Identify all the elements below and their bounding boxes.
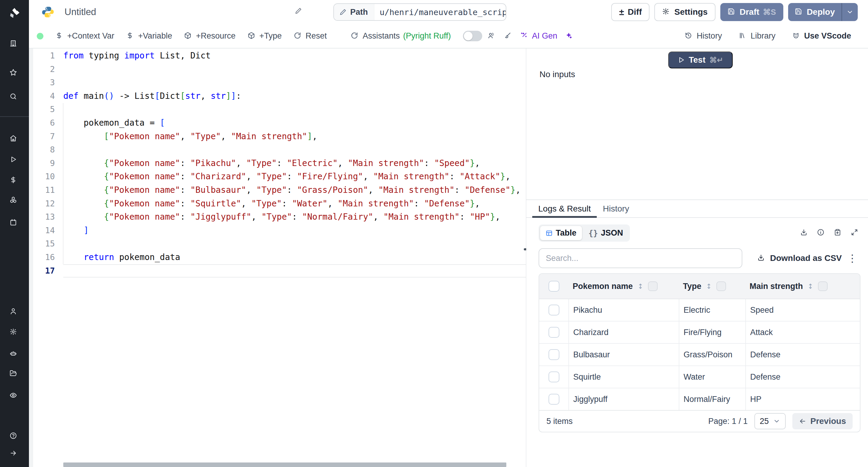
sidebar-item-search[interactable]: [8, 91, 21, 104]
add-context-var-button[interactable]: +Context Var: [56, 31, 114, 41]
windmill-logo[interactable]: [8, 7, 21, 20]
code-line[interactable]: [63, 143, 526, 157]
sort-icon[interactable]: [637, 283, 644, 290]
table-row[interactable]: CharizardFire/FlyingAttack: [539, 321, 860, 344]
table-row[interactable]: PikachuElectricSpeed: [539, 299, 860, 321]
row-checkbox[interactable]: [549, 305, 559, 315]
line-number: 4: [33, 90, 63, 103]
path-chip[interactable]: Path u/henri/maneuverable_script: [333, 3, 506, 21]
column-header-type[interactable]: Type: [679, 274, 745, 299]
sidebar-item-audit-logs[interactable]: [8, 390, 21, 403]
sidebar-item-workers[interactable]: [8, 348, 21, 361]
sort-icon[interactable]: [807, 283, 814, 290]
expand-icon[interactable]: [851, 229, 860, 238]
column-header-pokemon-name[interactable]: Pokemon name: [568, 274, 679, 299]
download-result-icon[interactable]: [800, 229, 809, 238]
table-row[interactable]: BulbasaurGrass/PoisonDefense: [539, 344, 860, 366]
sidebar-item-schedules[interactable]: [8, 217, 21, 230]
deploy-caret-button[interactable]: [841, 3, 858, 21]
code-line[interactable]: {"Pokemon name": "Pikachu", "Type": "Ele…: [63, 157, 526, 170]
column-filter-checkbox[interactable]: [818, 281, 828, 291]
sort-icon[interactable]: [705, 283, 712, 290]
code-line[interactable]: return pokemon_data: [63, 251, 526, 264]
code-line[interactable]: {"Pokemon name": "Charizard", "Type": "F…: [63, 170, 526, 184]
library-button[interactable]: Library: [739, 31, 775, 41]
ai-gen-button[interactable]: AI Gen: [520, 31, 557, 41]
test-button[interactable]: Test ⌘↵: [668, 52, 733, 68]
sidebar-item-help[interactable]: [8, 430, 21, 443]
history-button[interactable]: History: [685, 31, 722, 41]
draft-button[interactable]: Draft ⌘S: [720, 3, 783, 21]
previous-page-button[interactable]: Previous: [792, 413, 852, 429]
code-line[interactable]: {"Pokemon name": "Bulbasaur", "Type": "G…: [63, 184, 526, 197]
play-icon: [678, 56, 685, 64]
code-line[interactable]: from typing import List, Dict: [63, 49, 526, 63]
line-number: 12: [33, 197, 63, 211]
table-row[interactable]: JigglypuffNormal/FairyHP: [539, 388, 860, 411]
page-size-select[interactable]: 25: [754, 413, 786, 429]
sidebar-item-users[interactable]: [8, 306, 21, 319]
select-all-checkbox[interactable]: [549, 281, 559, 292]
add-resource-button[interactable]: +Resource: [184, 31, 236, 41]
sidebar-item-expand[interactable]: [8, 448, 21, 461]
sparkles-button[interactable]: [565, 32, 574, 40]
deploy-button[interactable]: Deploy: [788, 3, 841, 21]
info-icon[interactable]: [817, 229, 826, 238]
test-shortcut: ⌘↵: [710, 56, 723, 64]
code-line[interactable]: pokemon_data = [: [63, 116, 526, 130]
code-line[interactable]: ["Pokemon name", "Type", "Main strength"…: [63, 130, 526, 144]
rename-pencil-icon[interactable]: [295, 7, 303, 15]
code-line[interactable]: [63, 264, 526, 278]
calendar-icon: [10, 219, 19, 228]
code-line[interactable]: [63, 76, 526, 90]
code-line[interactable]: [63, 237, 526, 251]
play-icon: [10, 156, 19, 165]
row-checkbox[interactable]: [549, 327, 559, 338]
sidebar-item-resources[interactable]: [8, 194, 21, 208]
sidebar-item-folders[interactable]: [8, 368, 21, 381]
row-checkbox[interactable]: [549, 349, 559, 360]
wand-icon: [520, 32, 529, 40]
sidebar-item-home[interactable]: [8, 133, 21, 146]
tab-history[interactable]: History: [597, 200, 635, 217]
reset-button[interactable]: Reset: [294, 31, 327, 41]
row-checkbox[interactable]: [549, 372, 559, 382]
column-header-main-strength[interactable]: Main strength: [745, 274, 860, 299]
code-line[interactable]: {"Pokemon name": "Squirtle", "Type": "Wa…: [63, 197, 526, 211]
add-variable-button[interactable]: +Variable: [126, 31, 172, 41]
use-vscode-button[interactable]: Use VScode: [792, 31, 851, 41]
horizontal-scrollbar[interactable]: [63, 463, 506, 467]
view-table-button[interactable]: Table: [540, 226, 582, 240]
column-filter-checkbox[interactable]: [716, 281, 726, 291]
code-line[interactable]: ]: [63, 224, 526, 238]
multiplayer-toggle[interactable]: [463, 31, 482, 41]
download-csv-button[interactable]: Download as CSV: [757, 253, 842, 263]
code-lines[interactable]: from typing import List, Dictdef main() …: [63, 49, 526, 278]
search-input[interactable]: [538, 248, 742, 268]
multiplayer-users-button[interactable]: [488, 32, 496, 40]
row-checkbox[interactable]: [549, 394, 559, 405]
tab-logs-result[interactable]: Logs & Result: [532, 200, 597, 217]
column-filter-checkbox[interactable]: [648, 281, 658, 291]
sidebar-item-runs[interactable]: [8, 154, 21, 167]
code-line[interactable]: [63, 63, 526, 76]
sidebar-item-settings[interactable]: [8, 326, 21, 340]
code-line[interactable]: [63, 103, 526, 116]
assistants-button[interactable]: Assistants (Pyright Ruff): [351, 31, 451, 41]
code-line[interactable]: def main() -> List[Dict[str, str]]:: [63, 90, 526, 103]
sidebar-item-workspace[interactable]: [8, 38, 21, 51]
line-number: 16: [33, 251, 63, 264]
table-menu-button[interactable]: ⋮: [845, 252, 860, 264]
sidebar-item-favorites[interactable]: [8, 67, 21, 80]
add-type-button[interactable]: +Type: [248, 31, 282, 41]
clipboard-copy-icon[interactable]: [834, 229, 843, 238]
table-row[interactable]: SquirtleWaterDefense: [539, 366, 860, 388]
diff-button[interactable]: ± Diff: [611, 3, 650, 21]
format-brush-button[interactable]: [504, 32, 513, 40]
code-line[interactable]: {"Pokemon name": "Jigglypuff", "Type": "…: [63, 210, 526, 224]
settings-button[interactable]: Settings: [654, 3, 715, 21]
sidebar-item-variables[interactable]: [8, 175, 21, 188]
view-json-button[interactable]: {} JSON: [583, 226, 629, 240]
boxes-icon: [10, 196, 19, 206]
code-editor[interactable]: 1234567891011121314151617 from typing im…: [29, 49, 526, 467]
